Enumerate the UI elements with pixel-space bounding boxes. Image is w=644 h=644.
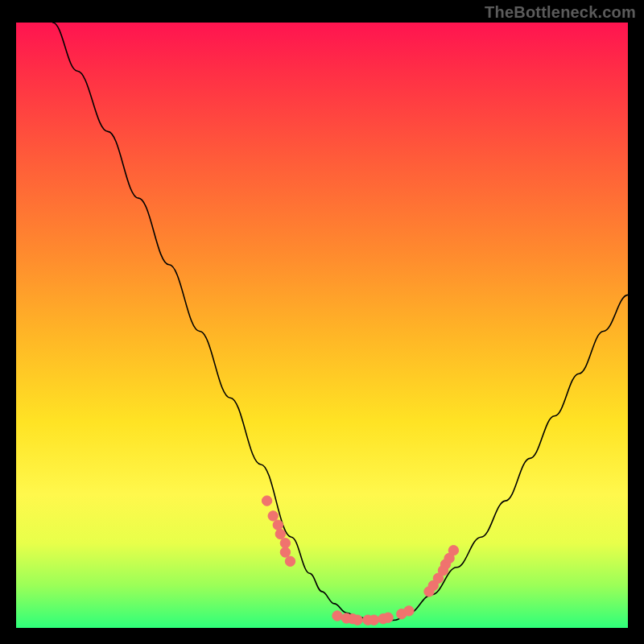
plot-area xyxy=(16,23,628,628)
marker-dot xyxy=(280,539,290,548)
marker-dot xyxy=(383,613,393,622)
bottleneck-curve xyxy=(53,23,628,621)
watermark-label: TheBottleneck.com xyxy=(485,3,636,22)
marker-dot xyxy=(285,556,295,566)
marker-dot xyxy=(280,547,290,557)
chart-svg xyxy=(16,23,628,628)
marker-dot xyxy=(353,615,362,625)
marker-dot xyxy=(268,511,278,521)
marker-dot xyxy=(332,611,342,621)
marker-dot xyxy=(275,529,285,539)
scatter-markers xyxy=(262,496,458,625)
chart-frame: TheBottleneck.com xyxy=(0,0,644,644)
marker-dot xyxy=(448,546,458,555)
marker-dot xyxy=(404,606,414,616)
marker-dot xyxy=(262,496,271,506)
marker-dot xyxy=(273,520,283,530)
marker-dot xyxy=(369,615,378,625)
